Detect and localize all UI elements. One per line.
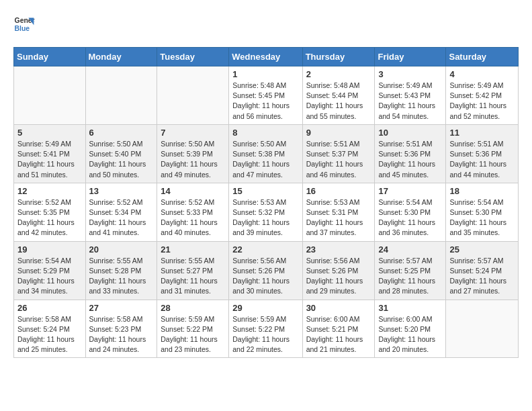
day-info: Sunrise: 5:52 AMSunset: 5:34 PMDaylight:… xyxy=(89,197,154,238)
calendar-week-1: 1Sunrise: 5:48 AMSunset: 5:45 PMDaylight… xyxy=(14,66,519,125)
calendar-cell: 7Sunrise: 5:50 AMSunset: 5:39 PMDaylight… xyxy=(157,124,229,183)
day-info: Sunrise: 5:49 AMSunset: 5:42 PMDaylight:… xyxy=(449,81,515,122)
calendar-week-4: 19Sunrise: 5:54 AMSunset: 5:29 PMDayligh… xyxy=(14,241,519,300)
day-number: 6 xyxy=(89,128,154,138)
column-header-thursday: Thursday xyxy=(302,48,375,66)
calendar-cell: 13Sunrise: 5:52 AMSunset: 5:34 PMDayligh… xyxy=(85,183,157,241)
column-header-wednesday: Wednesday xyxy=(229,48,302,66)
day-info: Sunrise: 5:57 AMSunset: 5:24 PMDaylight:… xyxy=(449,256,515,297)
day-info: Sunrise: 5:50 AMSunset: 5:38 PMDaylight:… xyxy=(232,139,298,180)
calendar-cell: 30Sunrise: 6:00 AMSunset: 5:21 PMDayligh… xyxy=(302,300,375,358)
calendar-cell: 22Sunrise: 5:56 AMSunset: 5:26 PMDayligh… xyxy=(229,241,302,300)
column-header-monday: Monday xyxy=(85,48,157,66)
day-number: 25 xyxy=(449,244,515,255)
day-info: Sunrise: 5:57 AMSunset: 5:25 PMDaylight:… xyxy=(378,256,442,297)
day-info: Sunrise: 5:53 AMSunset: 5:32 PMDaylight:… xyxy=(232,197,298,238)
calendar-cell: 26Sunrise: 5:58 AMSunset: 5:24 PMDayligh… xyxy=(14,300,86,358)
calendar-cell: 11Sunrise: 5:51 AMSunset: 5:36 PMDayligh… xyxy=(446,124,519,183)
day-info: Sunrise: 5:51 AMSunset: 5:36 PMDaylight:… xyxy=(449,139,515,180)
calendar-cell: 9Sunrise: 5:51 AMSunset: 5:37 PMDaylight… xyxy=(302,124,375,183)
calendar-cell: 15Sunrise: 5:53 AMSunset: 5:32 PMDayligh… xyxy=(229,183,302,241)
calendar-cell: 28Sunrise: 5:59 AMSunset: 5:22 PMDayligh… xyxy=(157,300,229,358)
day-number: 24 xyxy=(378,244,442,255)
calendar-cell xyxy=(14,66,86,125)
day-number: 31 xyxy=(378,303,442,313)
calendar-cell: 3Sunrise: 5:49 AMSunset: 5:43 PMDaylight… xyxy=(375,66,446,125)
day-info: Sunrise: 5:51 AMSunset: 5:36 PMDaylight:… xyxy=(378,139,442,180)
calendar-cell: 20Sunrise: 5:55 AMSunset: 5:28 PMDayligh… xyxy=(85,241,157,300)
day-info: Sunrise: 5:56 AMSunset: 5:26 PMDaylight:… xyxy=(232,256,298,297)
calendar-cell: 2Sunrise: 5:48 AMSunset: 5:44 PMDaylight… xyxy=(302,66,375,125)
logo: General Blue xyxy=(13,13,519,38)
day-number: 2 xyxy=(306,69,371,79)
day-info: Sunrise: 6:00 AMSunset: 5:20 PMDaylight:… xyxy=(378,314,442,355)
calendar-cell xyxy=(85,66,157,125)
day-info: Sunrise: 5:54 AMSunset: 5:30 PMDaylight:… xyxy=(449,197,515,238)
day-info: Sunrise: 5:49 AMSunset: 5:41 PMDaylight:… xyxy=(17,139,82,180)
calendar-cell: 4Sunrise: 5:49 AMSunset: 5:42 PMDaylight… xyxy=(446,66,519,125)
day-number: 1 xyxy=(232,69,298,79)
column-header-saturday: Saturday xyxy=(446,48,519,66)
day-number: 17 xyxy=(378,186,442,196)
day-number: 4 xyxy=(449,69,515,79)
day-number: 3 xyxy=(378,69,442,79)
day-number: 26 xyxy=(17,303,82,313)
calendar-cell: 10Sunrise: 5:51 AMSunset: 5:36 PMDayligh… xyxy=(375,124,446,183)
day-info: Sunrise: 5:51 AMSunset: 5:37 PMDaylight:… xyxy=(306,139,371,180)
calendar-cell: 16Sunrise: 5:53 AMSunset: 5:31 PMDayligh… xyxy=(302,183,375,241)
day-number: 23 xyxy=(306,244,371,255)
day-number: 9 xyxy=(306,128,371,138)
day-info: Sunrise: 5:52 AMSunset: 5:33 PMDaylight:… xyxy=(161,197,225,238)
day-number: 12 xyxy=(17,186,82,196)
day-info: Sunrise: 5:48 AMSunset: 5:44 PMDaylight:… xyxy=(306,81,371,122)
calendar-cell: 19Sunrise: 5:54 AMSunset: 5:29 PMDayligh… xyxy=(14,241,86,300)
day-info: Sunrise: 5:54 AMSunset: 5:29 PMDaylight:… xyxy=(17,256,82,297)
calendar-cell: 31Sunrise: 6:00 AMSunset: 5:20 PMDayligh… xyxy=(375,300,446,358)
calendar-week-3: 12Sunrise: 5:52 AMSunset: 5:35 PMDayligh… xyxy=(14,183,519,241)
day-info: Sunrise: 6:00 AMSunset: 5:21 PMDaylight:… xyxy=(306,314,371,355)
day-number: 19 xyxy=(17,244,82,255)
calendar-cell: 5Sunrise: 5:49 AMSunset: 5:41 PMDaylight… xyxy=(14,124,86,183)
calendar-cell: 18Sunrise: 5:54 AMSunset: 5:30 PMDayligh… xyxy=(446,183,519,241)
day-number: 28 xyxy=(161,303,225,313)
day-number: 10 xyxy=(378,128,442,138)
day-info: Sunrise: 5:59 AMSunset: 5:22 PMDaylight:… xyxy=(232,314,298,355)
day-number: 22 xyxy=(232,244,298,255)
calendar-cell: 8Sunrise: 5:50 AMSunset: 5:38 PMDaylight… xyxy=(229,124,302,183)
calendar-cell: 1Sunrise: 5:48 AMSunset: 5:45 PMDaylight… xyxy=(229,66,302,125)
day-number: 7 xyxy=(161,128,225,138)
day-info: Sunrise: 5:56 AMSunset: 5:26 PMDaylight:… xyxy=(306,256,371,297)
day-info: Sunrise: 5:49 AMSunset: 5:43 PMDaylight:… xyxy=(378,81,442,122)
day-info: Sunrise: 5:52 AMSunset: 5:35 PMDaylight:… xyxy=(17,197,82,238)
day-info: Sunrise: 5:53 AMSunset: 5:31 PMDaylight:… xyxy=(306,197,371,238)
day-number: 16 xyxy=(306,186,371,196)
calendar-week-2: 5Sunrise: 5:49 AMSunset: 5:41 PMDaylight… xyxy=(14,124,519,183)
calendar-cell: 25Sunrise: 5:57 AMSunset: 5:24 PMDayligh… xyxy=(446,241,519,300)
day-number: 5 xyxy=(17,128,82,138)
calendar-cell: 23Sunrise: 5:56 AMSunset: 5:26 PMDayligh… xyxy=(302,241,375,300)
day-number: 14 xyxy=(161,186,225,196)
day-number: 8 xyxy=(232,128,298,138)
column-header-tuesday: Tuesday xyxy=(157,48,229,66)
calendar-cell: 17Sunrise: 5:54 AMSunset: 5:30 PMDayligh… xyxy=(375,183,446,241)
day-info: Sunrise: 5:54 AMSunset: 5:30 PMDaylight:… xyxy=(378,197,442,238)
calendar-table: SundayMondayTuesdayWednesdayThursdayFrid… xyxy=(13,47,519,358)
calendar-header-row: SundayMondayTuesdayWednesdayThursdayFrid… xyxy=(14,48,519,66)
day-number: 20 xyxy=(89,244,154,255)
day-info: Sunrise: 5:55 AMSunset: 5:28 PMDaylight:… xyxy=(89,256,154,297)
calendar-cell: 24Sunrise: 5:57 AMSunset: 5:25 PMDayligh… xyxy=(375,241,446,300)
day-info: Sunrise: 5:55 AMSunset: 5:27 PMDaylight:… xyxy=(161,256,225,297)
calendar-cell: 14Sunrise: 5:52 AMSunset: 5:33 PMDayligh… xyxy=(157,183,229,241)
column-header-friday: Friday xyxy=(375,48,446,66)
calendar-cell xyxy=(446,300,519,358)
calendar-cell: 12Sunrise: 5:52 AMSunset: 5:35 PMDayligh… xyxy=(14,183,86,241)
calendar-cell: 29Sunrise: 5:59 AMSunset: 5:22 PMDayligh… xyxy=(229,300,302,358)
day-info: Sunrise: 5:58 AMSunset: 5:23 PMDaylight:… xyxy=(89,314,154,355)
day-number: 21 xyxy=(161,244,225,255)
calendar-cell: 21Sunrise: 5:55 AMSunset: 5:27 PMDayligh… xyxy=(157,241,229,300)
calendar-week-5: 26Sunrise: 5:58 AMSunset: 5:24 PMDayligh… xyxy=(14,300,519,358)
svg-text:Blue: Blue xyxy=(15,25,30,32)
day-info: Sunrise: 5:50 AMSunset: 5:40 PMDaylight:… xyxy=(89,139,154,180)
page-header: General Blue xyxy=(13,13,519,43)
day-info: Sunrise: 5:58 AMSunset: 5:24 PMDaylight:… xyxy=(17,314,82,355)
